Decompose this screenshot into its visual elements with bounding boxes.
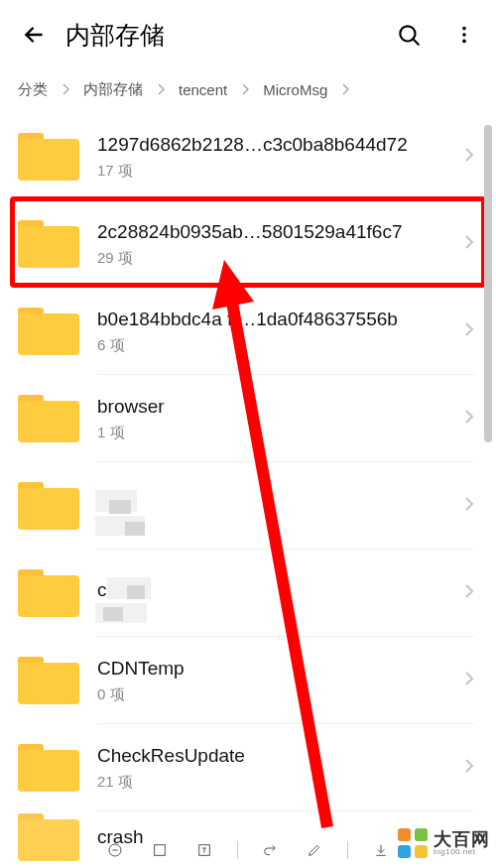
crumb-3[interactable]: MicroMsg xyxy=(263,81,327,98)
crumb-2[interactable]: tencent xyxy=(179,81,227,98)
item-sub: 0 项 xyxy=(97,685,464,704)
list-item[interactable]: c xyxy=(0,550,496,637)
chevron-right-icon xyxy=(157,83,165,95)
back-button[interactable] xyxy=(18,19,50,51)
item-name: c xyxy=(97,579,464,601)
file-list: 1297d6862b2128…c3c0ba8b644d72 17 项 2c288… xyxy=(0,113,496,868)
watermark: 大百网 big100.net xyxy=(398,828,490,858)
list-item[interactable]: CDNTemp 0 项 xyxy=(0,637,496,724)
watermark-url: big100.net xyxy=(434,848,490,856)
tool-edit-icon[interactable] xyxy=(303,838,326,862)
item-name: CheckResUpdate xyxy=(97,745,464,767)
chevron-right-icon xyxy=(464,147,474,167)
chevron-right-icon xyxy=(464,671,474,690)
list-item[interactable]: 1297d6862b2128…c3c0ba8b644d72 17 项 xyxy=(0,113,496,200)
item-sub: 6 项 xyxy=(97,336,464,355)
search-button[interactable] xyxy=(395,21,423,49)
chevron-right-icon xyxy=(341,83,349,95)
folder-icon xyxy=(18,220,79,268)
page-title: 内部存储 xyxy=(65,19,395,52)
chevron-right-icon xyxy=(464,409,474,429)
tool-text-icon[interactable] xyxy=(192,838,216,862)
list-item[interactable]: CheckResUpdate 21 项 xyxy=(0,724,496,811)
item-sub: 1 项 xyxy=(97,424,464,442)
tool-download-icon[interactable] xyxy=(369,838,393,862)
item-name: b0e184bbdc4a ff…1da0f48637556b xyxy=(97,309,464,330)
chevron-right-icon xyxy=(464,758,474,778)
breadcrumb[interactable]: 分类 内部存储 tencent MicroMsg xyxy=(0,69,496,109)
folder-icon xyxy=(18,395,79,442)
crumb-0[interactable]: 分类 xyxy=(18,80,48,99)
item-name: he xyxy=(97,492,464,514)
svg-point-1 xyxy=(462,27,466,31)
chevron-right-icon xyxy=(464,321,474,341)
tool-divider xyxy=(237,841,238,859)
item-sub: 29 项 xyxy=(97,249,464,268)
svg-rect-6 xyxy=(155,845,166,856)
folder-icon xyxy=(18,133,79,181)
item-name: 2c28824b0935ab…5801529a41f6c7 xyxy=(97,221,464,243)
tool-redo-icon[interactable] xyxy=(258,838,282,862)
more-button[interactable] xyxy=(450,21,478,49)
chevron-right-icon xyxy=(62,83,69,95)
watermark-text: 大百网 xyxy=(434,830,490,848)
folder-icon xyxy=(18,813,79,861)
tool-square-icon[interactable] xyxy=(148,838,172,862)
list-item[interactable]: b0e184bbdc4a ff…1da0f48637556b 6 项 xyxy=(0,288,496,375)
folder-icon xyxy=(18,308,79,355)
folder-icon xyxy=(18,657,79,704)
crumb-1[interactable]: 内部存储 xyxy=(83,80,143,99)
svg-point-2 xyxy=(462,33,466,37)
tool-divider xyxy=(347,841,348,859)
svg-point-3 xyxy=(462,40,466,44)
item-sub: 17 项 xyxy=(97,162,464,181)
item-sub: 21 项 xyxy=(97,773,464,792)
chevron-right-icon xyxy=(464,234,474,254)
bottom-toolbar xyxy=(99,834,397,866)
folder-icon xyxy=(18,482,79,530)
list-item[interactable]: browser 1 项 xyxy=(0,375,496,462)
folder-icon xyxy=(18,744,79,792)
scrollbar[interactable] xyxy=(484,125,492,442)
item-name: CDNTemp xyxy=(97,658,464,680)
folder-icon xyxy=(18,569,79,617)
item-name: browser xyxy=(97,396,464,418)
chevron-right-icon xyxy=(464,496,474,516)
watermark-logo-icon xyxy=(398,828,428,858)
tool-trash-icon[interactable] xyxy=(103,838,127,862)
chevron-right-icon xyxy=(241,83,249,95)
chevron-right-icon xyxy=(464,583,474,603)
item-name: 1297d6862b2128…c3c0ba8b644d72 xyxy=(97,134,464,156)
list-item[interactable]: he xyxy=(0,462,496,550)
list-item[interactable]: 2c28824b0935ab…5801529a41f6c7 29 项 xyxy=(0,200,496,288)
